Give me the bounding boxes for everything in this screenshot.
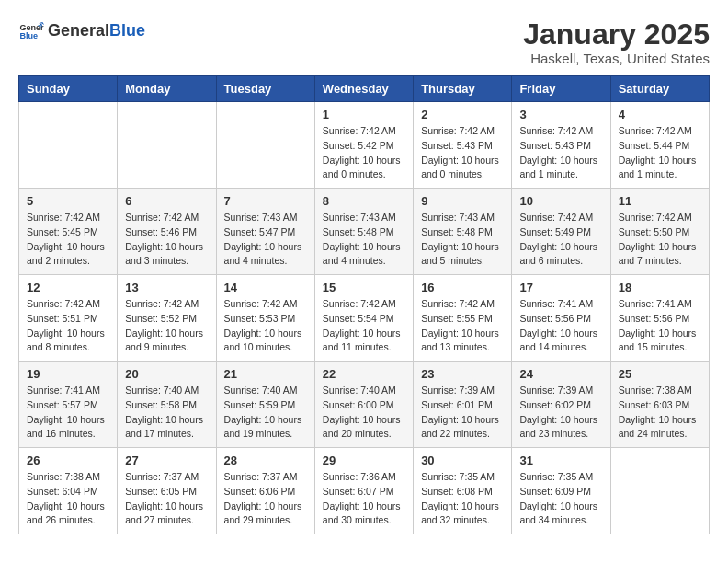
day-number: 20: [125, 367, 208, 381]
day-info: Sunrise: 7:42 AMSunset: 5:50 PMDaylight:…: [619, 211, 701, 269]
calendar-table: SundayMondayTuesdayWednesdayThursdayFrid…: [18, 75, 710, 534]
day-info: Sunrise: 7:43 AMSunset: 5:48 PMDaylight:…: [323, 211, 405, 269]
day-number: 26: [27, 454, 109, 467]
day-info: Sunrise: 7:42 AMSunset: 5:45 PMDaylight:…: [27, 211, 109, 269]
day-info: Sunrise: 7:42 AMSunset: 5:49 PMDaylight:…: [519, 211, 602, 269]
day-info: Sunrise: 7:37 AMSunset: 6:06 PMDaylight:…: [224, 470, 307, 528]
day-number: 1: [323, 108, 405, 121]
calendar-week-4: 19Sunrise: 7:41 AMSunset: 5:57 PMDayligh…: [19, 362, 710, 448]
calendar-week-5: 26Sunrise: 7:38 AMSunset: 6:04 PMDayligh…: [19, 448, 710, 534]
day-number: 13: [125, 281, 208, 294]
day-number: 24: [519, 367, 602, 381]
day-number: 16: [421, 281, 504, 294]
day-info: Sunrise: 7:39 AMSunset: 6:01 PMDaylight:…: [421, 384, 504, 442]
calendar-cell: 14Sunrise: 7:42 AMSunset: 5:53 PMDayligh…: [216, 275, 314, 362]
calendar-cell: 20Sunrise: 7:40 AMSunset: 5:58 PMDayligh…: [118, 362, 216, 448]
day-number: 22: [323, 367, 405, 381]
day-number: 17: [519, 281, 602, 294]
calendar-cell: [19, 102, 118, 189]
day-info: Sunrise: 7:37 AMSunset: 6:05 PMDaylight:…: [125, 470, 208, 528]
day-number: 11: [619, 194, 701, 208]
title-block: January 2025 Haskell, Texas, United Stat…: [523, 18, 710, 66]
calendar-subtitle: Haskell, Texas, United States: [523, 51, 710, 66]
weekday-header-tuesday: Tuesday: [216, 76, 314, 102]
day-number: 19: [27, 367, 109, 381]
calendar-cell: 31Sunrise: 7:35 AMSunset: 6:09 PMDayligh…: [512, 448, 610, 534]
day-info: Sunrise: 7:43 AMSunset: 5:47 PMDaylight:…: [224, 211, 307, 269]
day-info: Sunrise: 7:42 AMSunset: 5:53 PMDaylight:…: [224, 297, 307, 355]
calendar-cell: 3Sunrise: 7:42 AMSunset: 5:43 PMDaylight…: [512, 102, 610, 189]
calendar-cell: 30Sunrise: 7:35 AMSunset: 6:08 PMDayligh…: [414, 448, 512, 534]
day-info: Sunrise: 7:42 AMSunset: 5:55 PMDaylight:…: [421, 297, 504, 355]
calendar-cell: 1Sunrise: 7:42 AMSunset: 5:42 PMDaylight…: [314, 102, 413, 189]
day-info: Sunrise: 7:42 AMSunset: 5:51 PMDaylight:…: [27, 297, 109, 355]
day-info: Sunrise: 7:38 AMSunset: 6:03 PMDaylight:…: [619, 384, 701, 442]
day-info: Sunrise: 7:42 AMSunset: 5:44 PMDaylight:…: [619, 124, 701, 182]
day-info: Sunrise: 7:41 AMSunset: 5:56 PMDaylight:…: [519, 297, 602, 355]
weekday-header-sunday: Sunday: [19, 76, 118, 102]
calendar-cell: 8Sunrise: 7:43 AMSunset: 5:48 PMDaylight…: [314, 189, 413, 275]
logo-blue-text: Blue: [109, 21, 145, 40]
day-info: Sunrise: 7:42 AMSunset: 5:46 PMDaylight:…: [125, 211, 208, 269]
day-number: 18: [619, 281, 701, 294]
logo-general-text: General: [48, 21, 109, 40]
calendar-cell: 15Sunrise: 7:42 AMSunset: 5:54 PMDayligh…: [314, 275, 413, 362]
calendar-header: SundayMondayTuesdayWednesdayThursdayFrid…: [19, 76, 710, 102]
day-number: 21: [224, 367, 307, 381]
day-number: 28: [224, 454, 307, 467]
day-number: 7: [224, 194, 307, 208]
day-number: 10: [519, 194, 602, 208]
day-info: Sunrise: 7:42 AMSunset: 5:42 PMDaylight:…: [323, 124, 405, 182]
calendar-cell: 2Sunrise: 7:42 AMSunset: 5:43 PMDaylight…: [414, 102, 512, 189]
calendar-body: 1Sunrise: 7:42 AMSunset: 5:42 PMDaylight…: [19, 102, 710, 534]
day-info: Sunrise: 7:35 AMSunset: 6:09 PMDaylight:…: [519, 470, 602, 528]
day-info: Sunrise: 7:39 AMSunset: 6:02 PMDaylight:…: [519, 384, 602, 442]
day-number: 12: [27, 281, 109, 294]
day-info: Sunrise: 7:40 AMSunset: 5:59 PMDaylight:…: [224, 384, 307, 442]
day-number: 30: [421, 454, 504, 467]
calendar-week-2: 5Sunrise: 7:42 AMSunset: 5:45 PMDaylight…: [19, 189, 710, 275]
day-info: Sunrise: 7:42 AMSunset: 5:52 PMDaylight:…: [125, 297, 208, 355]
calendar-cell: 25Sunrise: 7:38 AMSunset: 6:03 PMDayligh…: [610, 362, 709, 448]
calendar-cell: 7Sunrise: 7:43 AMSunset: 5:47 PMDaylight…: [216, 189, 314, 275]
logo: General Blue GeneralBlue: [18, 18, 145, 44]
calendar-cell: 17Sunrise: 7:41 AMSunset: 5:56 PMDayligh…: [512, 275, 610, 362]
calendar-cell: 6Sunrise: 7:42 AMSunset: 5:46 PMDaylight…: [118, 189, 216, 275]
calendar-cell: 4Sunrise: 7:42 AMSunset: 5:44 PMDaylight…: [610, 102, 709, 189]
calendar-title: January 2025: [523, 18, 710, 51]
day-number: 31: [519, 454, 602, 467]
svg-text:Blue: Blue: [19, 31, 38, 40]
day-number: 27: [125, 454, 208, 467]
day-number: 15: [323, 281, 405, 294]
calendar-cell: 9Sunrise: 7:43 AMSunset: 5:48 PMDaylight…: [414, 189, 512, 275]
day-number: 9: [421, 194, 504, 208]
weekday-header-wednesday: Wednesday: [314, 76, 413, 102]
weekday-header-monday: Monday: [118, 76, 216, 102]
day-info: Sunrise: 7:40 AMSunset: 6:00 PMDaylight:…: [323, 384, 405, 442]
day-info: Sunrise: 7:43 AMSunset: 5:48 PMDaylight:…: [421, 211, 504, 269]
day-info: Sunrise: 7:41 AMSunset: 5:56 PMDaylight:…: [619, 297, 701, 355]
calendar-cell: 23Sunrise: 7:39 AMSunset: 6:01 PMDayligh…: [414, 362, 512, 448]
calendar-cell: 19Sunrise: 7:41 AMSunset: 5:57 PMDayligh…: [19, 362, 118, 448]
weekday-header-friday: Friday: [512, 76, 610, 102]
day-number: 14: [224, 281, 307, 294]
calendar-week-3: 12Sunrise: 7:42 AMSunset: 5:51 PMDayligh…: [19, 275, 710, 362]
calendar-cell: 24Sunrise: 7:39 AMSunset: 6:02 PMDayligh…: [512, 362, 610, 448]
day-info: Sunrise: 7:42 AMSunset: 5:43 PMDaylight:…: [421, 124, 504, 182]
calendar-cell: [216, 102, 314, 189]
logo-icon: General Blue: [18, 18, 44, 44]
calendar-cell: 18Sunrise: 7:41 AMSunset: 5:56 PMDayligh…: [610, 275, 709, 362]
weekday-header-saturday: Saturday: [610, 76, 709, 102]
calendar-cell: 28Sunrise: 7:37 AMSunset: 6:06 PMDayligh…: [216, 448, 314, 534]
weekday-header-row: SundayMondayTuesdayWednesdayThursdayFrid…: [19, 76, 710, 102]
day-number: 4: [619, 108, 701, 121]
calendar-cell: 5Sunrise: 7:42 AMSunset: 5:45 PMDaylight…: [19, 189, 118, 275]
day-info: Sunrise: 7:42 AMSunset: 5:54 PMDaylight:…: [323, 297, 405, 355]
day-info: Sunrise: 7:36 AMSunset: 6:07 PMDaylight:…: [323, 470, 405, 528]
calendar-week-1: 1Sunrise: 7:42 AMSunset: 5:42 PMDaylight…: [19, 102, 710, 189]
day-number: 8: [323, 194, 405, 208]
calendar-cell: 10Sunrise: 7:42 AMSunset: 5:49 PMDayligh…: [512, 189, 610, 275]
day-info: Sunrise: 7:42 AMSunset: 5:43 PMDaylight:…: [519, 124, 602, 182]
page-header: General Blue GeneralBlue January 2025 Ha…: [18, 18, 710, 66]
calendar-cell: 29Sunrise: 7:36 AMSunset: 6:07 PMDayligh…: [314, 448, 413, 534]
